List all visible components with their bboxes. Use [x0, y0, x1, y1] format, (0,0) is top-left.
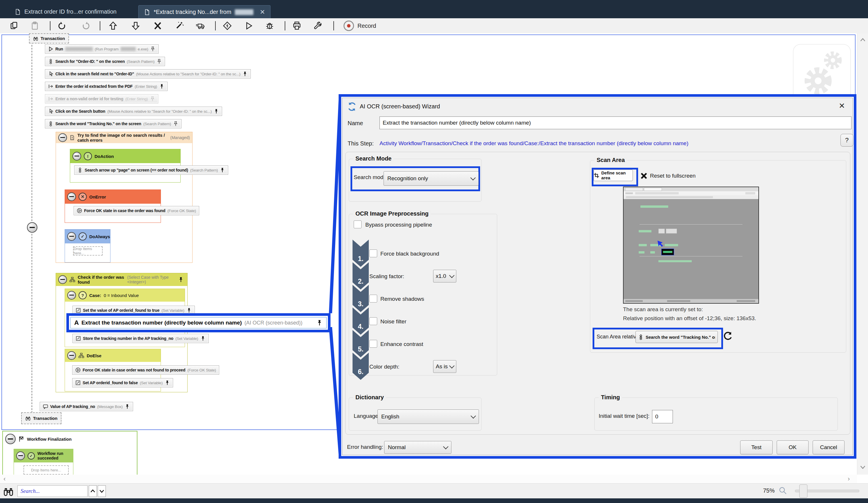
help-button[interactable]: ? — [840, 134, 853, 147]
scan-relative-step-button[interactable]: Search the word "Tracking No." on the s — [636, 331, 718, 343]
magic-wand-icon[interactable] — [174, 21, 184, 31]
this-step-link[interactable]: Activity Workflow/Transaction/Check if t… — [380, 140, 689, 147]
enhance-contrast-checkbox[interactable] — [369, 340, 377, 348]
scroll-up-icon[interactable] — [860, 37, 866, 43]
scroll-left-icon[interactable]: ‹ — [3, 475, 6, 483]
force-black-background-checkbox[interactable] — [369, 250, 377, 257]
breakpoint-icon[interactable] — [222, 21, 232, 31]
reset-fullscreen-label[interactable]: Reset to fullscreen — [650, 173, 695, 179]
doaction-header[interactable]: ! DoAction — [70, 149, 180, 163]
workflow-step[interactable]: Force OK state in case the order was fou… — [74, 206, 199, 215]
doalways-block[interactable]: ✓ DoAlways Drop Items here... — [65, 229, 111, 262]
doaction-block[interactable]: ! DoAction Search arrow up "page" on scr… — [70, 149, 180, 182]
pin-icon[interactable] — [242, 71, 248, 76]
workflow-canvas[interactable]: Transaction Run(Run Programe.exe)Search … — [0, 33, 868, 475]
onerror-block[interactable]: ✕ OnError Force OK state in case the ord… — [65, 189, 161, 223]
collapse-icon[interactable] — [16, 451, 25, 460]
play-icon[interactable] — [244, 21, 254, 31]
transaction-node-top[interactable]: Transaction — [29, 33, 69, 43]
reset-fullscreen-icon[interactable] — [640, 172, 648, 180]
workflow-step[interactable]: Enter the order id extracted from the PD… — [45, 82, 167, 91]
pin-icon[interactable] — [200, 336, 206, 341]
collapse-icon[interactable] — [58, 133, 67, 142]
pin-icon[interactable] — [186, 308, 192, 313]
redo-icon[interactable] — [81, 21, 91, 31]
tab-extract-tracking-no[interactable]: *Extract tracking No...der from ✕ — [138, 5, 270, 19]
scaling-factor-select[interactable]: x1.0 — [433, 270, 456, 283]
remove-shadows-checkbox[interactable] — [369, 295, 377, 303]
case-header[interactable]: ? Case: 0 = Inbound Value — [65, 289, 185, 302]
pin-icon[interactable] — [214, 109, 219, 114]
search-next-button[interactable] — [98, 485, 106, 497]
debug-bug-icon[interactable] — [265, 21, 275, 31]
pin-icon[interactable] — [150, 96, 155, 102]
pin-icon[interactable] — [173, 121, 178, 126]
workflow-step[interactable]: Search the word "Tracking No." on the sc… — [45, 119, 182, 128]
undo-icon[interactable] — [57, 21, 67, 31]
find-binoculars-icon[interactable] — [3, 486, 14, 497]
collapse-icon[interactable] — [72, 152, 81, 160]
pin-icon[interactable] — [165, 380, 170, 385]
collapse-icon[interactable] — [67, 232, 76, 241]
finalization-header[interactable]: Workflow Finalization — [3, 431, 137, 447]
workflow-step[interactable]: Force OK state in case order was not fou… — [72, 365, 219, 375]
succeeded-block[interactable]: ✓ Workflow run succeeded Drop Items here… — [14, 449, 73, 475]
paste-icon[interactable] — [30, 21, 40, 31]
search-input[interactable]: Search... — [18, 485, 87, 497]
settings-wrench-icon[interactable] — [312, 21, 323, 31]
move-up-icon[interactable] — [108, 21, 118, 31]
search-prev-button[interactable] — [89, 485, 97, 497]
workflow-step[interactable]: Search arrow up "page" on screen (== ord… — [74, 166, 228, 175]
collapse-icon[interactable] — [67, 291, 76, 300]
drop-zone[interactable]: Drop Items here... — [73, 246, 103, 255]
close-icon[interactable]: ✕ — [839, 102, 845, 111]
workflow-step[interactable]: Enter a non-valid order id for testing(E… — [45, 94, 158, 103]
workflow-step[interactable]: Store the tracking number in the AP trac… — [72, 334, 209, 343]
onerror-header[interactable]: ✕ OnError — [65, 190, 161, 204]
pin-icon[interactable] — [220, 167, 225, 173]
workflow-step[interactable]: Search for "Order-ID: " on the screen(Se… — [45, 57, 165, 66]
delete-icon[interactable] — [153, 21, 163, 31]
finalization-block[interactable]: Workflow Finalization ✓ Workflow run suc… — [2, 431, 137, 475]
print-icon[interactable] — [292, 21, 302, 31]
selectcase-header[interactable]: Check if the order was found (Select Cas… — [56, 273, 187, 286]
ok-button[interactable]: OK — [777, 440, 808, 454]
collapse-icon[interactable] — [58, 275, 67, 284]
doelse-header[interactable]: DoElse — [65, 349, 161, 362]
workflow-step[interactable]: Click in the search field next to "Order… — [45, 69, 251, 78]
collapse-icon[interactable] — [5, 434, 16, 444]
pin-icon[interactable] — [316, 319, 323, 326]
refresh-icon[interactable] — [723, 332, 732, 341]
define-scan-area-button[interactable]: Define scan area — [593, 169, 633, 181]
transaction-node-bottom[interactable]: Transaction — [21, 412, 61, 424]
wait-time-field[interactable]: 0 — [652, 410, 673, 423]
drop-zone[interactable]: Drop Items here... — [23, 465, 69, 475]
managed-block[interactable]: Try to find the image of no search resul… — [56, 132, 193, 263]
copy-icon[interactable] — [9, 21, 19, 31]
doalways-header[interactable]: ✓ DoAlways — [65, 230, 110, 243]
succeeded-header[interactable]: ✓ Workflow run succeeded — [14, 449, 73, 462]
bypass-checkbox[interactable] — [354, 220, 362, 228]
collapse-icon[interactable] — [67, 351, 76, 360]
color-depth-select[interactable]: As is — [433, 360, 456, 373]
workflow-step[interactable]: Value of AP tracking_no(Message Box) — [40, 402, 133, 411]
name-field[interactable]: Extract the transaction number (directly… — [380, 116, 851, 129]
search-mode-select[interactable]: Recognition only — [384, 171, 479, 186]
record-button[interactable]: Record — [343, 21, 376, 31]
scroll-right-icon[interactable]: › — [848, 475, 850, 483]
tab-extract-order-id[interactable]: Extract order ID fro...er confirmation — [9, 5, 122, 18]
cancel-button[interactable]: Cancel — [813, 440, 845, 454]
tab-close-icon[interactable]: ✕ — [260, 8, 265, 16]
move-down-icon[interactable] — [131, 21, 141, 31]
collapse-icon[interactable] — [67, 192, 76, 201]
workflow-step[interactable]: Set AP orderid_found to false(Set Variab… — [72, 378, 173, 387]
pin-icon[interactable] — [125, 404, 130, 409]
horizontal-scrollbar[interactable]: ‹ › — [0, 475, 857, 483]
test-button[interactable]: Test — [740, 440, 773, 454]
pin-icon[interactable] — [178, 277, 184, 283]
noise-filter-checkbox[interactable] — [369, 317, 377, 325]
error-handling-select[interactable]: Normal — [384, 441, 452, 454]
pin-icon[interactable] — [159, 84, 164, 89]
pin-icon[interactable] — [150, 46, 155, 52]
vertical-scrollbar[interactable] — [857, 33, 868, 475]
